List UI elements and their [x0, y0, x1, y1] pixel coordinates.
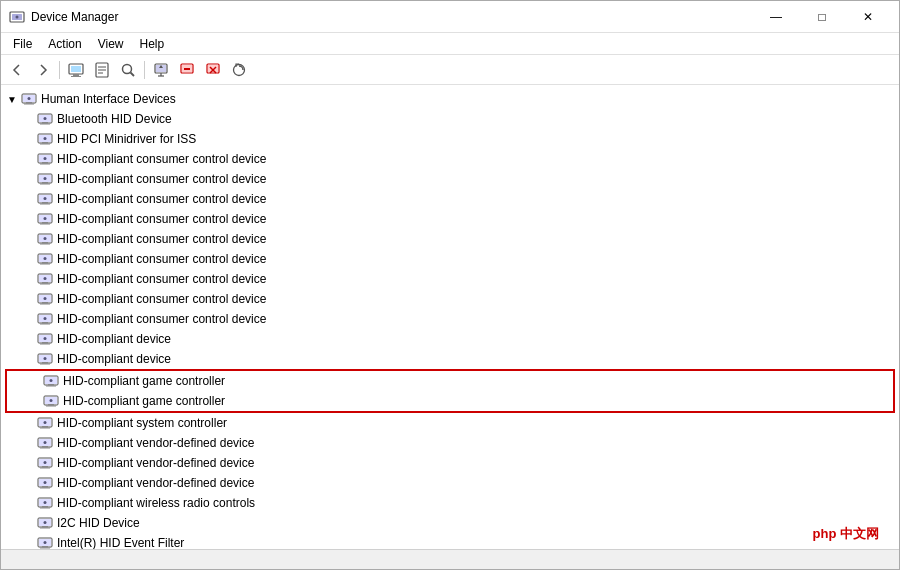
tree-item-label: HID-compliant consumer control device — [57, 312, 266, 326]
svg-point-42 — [44, 157, 47, 160]
svg-rect-59 — [40, 224, 50, 225]
tree-item-label: HID-compliant game controller — [63, 374, 225, 388]
svg-rect-6 — [71, 76, 81, 77]
tree-item-label: HID-compliant vendor-defined device — [57, 456, 254, 470]
tree-item-hid-gc1[interactable]: HID-compliant game controller — [7, 371, 893, 391]
svg-rect-88 — [42, 342, 48, 344]
svg-rect-44 — [40, 164, 50, 165]
svg-point-72 — [44, 277, 47, 280]
scan-button[interactable] — [116, 58, 140, 82]
svg-rect-129 — [40, 508, 50, 509]
svg-rect-58 — [42, 222, 48, 224]
svg-rect-128 — [42, 506, 48, 508]
tree-item-label: HID-compliant consumer control device — [57, 232, 266, 246]
svg-rect-53 — [42, 202, 48, 204]
tree-item-hid-sc[interactable]: HID-compliant system controller — [1, 413, 899, 433]
device-icon — [21, 91, 37, 107]
close-button[interactable]: ✕ — [845, 1, 891, 33]
tree-item-root[interactable]: ▼ Human Interface Devices — [1, 89, 899, 109]
svg-rect-39 — [40, 144, 50, 145]
uninstall-button[interactable] — [201, 58, 225, 82]
device-tree[interactable]: ▼ Human Interface Devices Bluetooth HID … — [1, 85, 899, 549]
tree-item-hid-cc4[interactable]: HID-compliant consumer control device — [1, 209, 899, 229]
menu-action[interactable]: Action — [40, 33, 89, 55]
svg-rect-64 — [40, 244, 50, 245]
svg-point-67 — [44, 257, 47, 260]
svg-rect-78 — [42, 302, 48, 304]
tree-item-hid-vd3[interactable]: HID-compliant vendor-defined device — [1, 473, 899, 493]
device-icon — [37, 111, 53, 127]
svg-rect-133 — [42, 526, 48, 528]
tree-item-label: HID-compliant consumer control device — [57, 212, 266, 226]
svg-rect-49 — [40, 184, 50, 185]
tree-item-hid-vd2[interactable]: HID-compliant vendor-defined device — [1, 453, 899, 473]
svg-rect-5 — [73, 74, 79, 76]
svg-rect-74 — [40, 284, 50, 285]
device-manager-button[interactable] — [64, 58, 88, 82]
device-icon — [37, 435, 53, 451]
tree-item-hid-cc5[interactable]: HID-compliant consumer control device — [1, 229, 899, 249]
menu-view[interactable]: View — [90, 33, 132, 55]
tree-item-hid-pci[interactable]: HID PCI Minidriver for ISS — [1, 129, 899, 149]
tree-item-hid-cc3[interactable]: HID-compliant consumer control device — [1, 189, 899, 209]
svg-point-122 — [44, 481, 47, 484]
device-icon — [37, 211, 53, 227]
svg-point-32 — [44, 117, 47, 120]
svg-rect-123 — [42, 486, 48, 488]
svg-rect-109 — [40, 428, 50, 429]
expand-icon[interactable]: ▼ — [5, 92, 19, 106]
svg-point-87 — [44, 337, 47, 340]
update-driver-button[interactable] — [149, 58, 173, 82]
disable-button[interactable] — [175, 58, 199, 82]
device-icon — [37, 495, 53, 511]
svg-rect-113 — [42, 446, 48, 448]
tree-item-label: HID-compliant game controller — [63, 394, 225, 408]
svg-rect-73 — [42, 282, 48, 284]
tree-item-label: HID-compliant vendor-defined device — [57, 436, 254, 450]
tree-item-label: HID-compliant consumer control device — [57, 252, 266, 266]
tree-item-hid-cc7[interactable]: HID-compliant consumer control device — [1, 269, 899, 289]
device-icon — [37, 191, 53, 207]
tree-item-i2c[interactable]: I2C HID Device — [1, 513, 899, 533]
svg-rect-114 — [40, 448, 50, 449]
tree-item-intel-hid[interactable]: Intel(R) HID Event Filter — [1, 533, 899, 549]
properties-button[interactable] — [90, 58, 114, 82]
svg-point-47 — [44, 177, 47, 180]
tree-item-hid-cc2[interactable]: HID-compliant consumer control device — [1, 169, 899, 189]
device-icon — [43, 373, 59, 389]
maximize-button[interactable]: □ — [799, 1, 845, 33]
svg-point-27 — [28, 97, 31, 100]
svg-point-52 — [44, 197, 47, 200]
menu-file[interactable]: File — [5, 33, 40, 55]
svg-point-62 — [44, 237, 47, 240]
svg-rect-63 — [42, 242, 48, 244]
tree-item-hid-cc6[interactable]: HID-compliant consumer control device — [1, 249, 899, 269]
device-icon — [43, 393, 59, 409]
tree-item-bt[interactable]: Bluetooth HID Device — [1, 109, 899, 129]
tree-item-hid-d1[interactable]: HID-compliant device — [1, 329, 899, 349]
device-icon — [37, 415, 53, 431]
svg-point-37 — [44, 137, 47, 140]
svg-point-112 — [44, 441, 47, 444]
tree-item-hid-wrc[interactable]: HID-compliant wireless radio controls — [1, 493, 899, 513]
tree-item-hid-cc9[interactable]: HID-compliant consumer control device — [1, 309, 899, 329]
scan-hardware-button[interactable] — [227, 58, 251, 82]
title-bar: Device Manager — □ ✕ — [1, 1, 899, 33]
menu-help[interactable]: Help — [132, 33, 173, 55]
tree-item-label: HID-compliant consumer control device — [57, 192, 266, 206]
tree-item-hid-d2[interactable]: HID-compliant device — [1, 349, 899, 369]
tree-item-hid-cc1[interactable]: HID-compliant consumer control device — [1, 149, 899, 169]
svg-point-127 — [44, 501, 47, 504]
forward-button[interactable] — [31, 58, 55, 82]
tree-item-hid-vd1[interactable]: HID-compliant vendor-defined device — [1, 433, 899, 453]
svg-rect-84 — [40, 324, 50, 325]
device-icon — [37, 475, 53, 491]
tree-item-hid-cc8[interactable]: HID-compliant consumer control device — [1, 289, 899, 309]
back-button[interactable] — [5, 58, 29, 82]
toolbar-separator-1 — [59, 61, 60, 79]
minimize-button[interactable]: — — [753, 1, 799, 33]
tree-item-label: Bluetooth HID Device — [57, 112, 172, 126]
tree-item-hid-gc2[interactable]: HID-compliant game controller — [7, 391, 893, 411]
svg-rect-103 — [48, 404, 54, 406]
app-icon — [9, 9, 25, 25]
